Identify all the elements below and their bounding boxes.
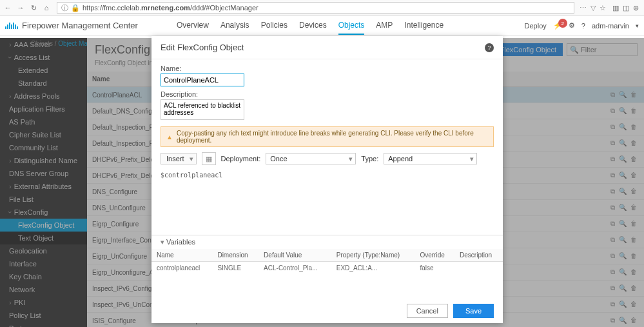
chevron-down-icon[interactable]: ▾: [636, 23, 639, 29]
type-value: Append: [388, 155, 413, 163]
save-button[interactable]: Save: [453, 304, 494, 318]
lightning-icon[interactable]: ⚡2: [553, 21, 562, 30]
deployment-label: Deployment:: [221, 155, 261, 163]
main-nav: OverviewAnalysisPoliciesDevicesObjectsAM…: [177, 17, 444, 35]
lock-icon: 🔒: [71, 4, 80, 12]
nav-tab-objects[interactable]: Objects: [338, 17, 365, 35]
ext-icon[interactable]: ⊕: [633, 4, 639, 12]
star-icon[interactable]: ☆: [600, 4, 606, 12]
desc-textarea[interactable]: [161, 99, 244, 120]
nav-tab-policies[interactable]: Policies: [261, 17, 288, 35]
type-label: Type:: [361, 155, 378, 163]
type-select[interactable]: Append: [384, 153, 477, 164]
insert-label: Insert: [166, 155, 184, 163]
notif-badge: 2: [558, 19, 567, 28]
nav-tab-intelligence[interactable]: Intelligence: [404, 17, 444, 35]
pocket-icon[interactable]: ▽: [590, 4, 596, 12]
url-bar[interactable]: ⓘ 🔒 https://fmc.cclelab.mrneteng.com/ddd…: [57, 2, 574, 14]
info-icon: ⓘ: [61, 3, 68, 13]
var-override: false: [415, 262, 454, 275]
deployment-select[interactable]: Once: [266, 153, 356, 164]
nav-tab-amp[interactable]: AMP: [376, 17, 393, 35]
name-input[interactable]: [161, 74, 244, 86]
cli-warning: Copy-pasting any rich text might introdu…: [161, 126, 494, 147]
url-prefix: https://fmc.cclelab.: [83, 4, 141, 12]
user-name[interactable]: adm-marvin: [592, 22, 629, 30]
vars-col: Default Value: [259, 249, 331, 262]
name-label: Name:: [161, 64, 494, 72]
url-suffix: /ddd/#ObjectManager: [190, 4, 259, 12]
modal-header: Edit FlexConfig Object ?: [151, 36, 503, 59]
brand-text: Firepower Management Center: [22, 21, 138, 30]
vars-col: Property (Type:Name): [331, 249, 415, 262]
var-property: EXD_ACL:A...: [331, 262, 415, 275]
var-dim: SINGLE: [212, 262, 259, 275]
modal-title: Edit FlexConfig Object: [161, 43, 244, 52]
browser-chrome: ← → ↻ ⌂ ⓘ 🔒 https://fmc.cclelab.mrneteng…: [0, 0, 644, 16]
deployment-value: Once: [270, 155, 287, 163]
gear-icon[interactable]: ⚙: [569, 21, 575, 30]
sidebar-toggle-icon[interactable]: ▥: [612, 4, 619, 12]
cancel-button[interactable]: Cancel: [407, 304, 448, 318]
vars-col: Description: [454, 249, 503, 262]
vars-col: Name: [151, 249, 212, 262]
help-icon[interactable]: ?: [485, 43, 494, 52]
variables-header[interactable]: Variables: [151, 235, 503, 249]
nav-tab-overview[interactable]: Overview: [177, 17, 209, 35]
home-icon[interactable]: ⌂: [41, 3, 52, 13]
ellipsis-icon[interactable]: ⋯: [580, 4, 587, 12]
forward-icon[interactable]: →: [15, 3, 26, 13]
app-header: Firepower Management Center OverviewAnal…: [0, 16, 644, 35]
reload-icon[interactable]: ↻: [28, 3, 39, 13]
vars-col: Override: [415, 249, 454, 262]
vars-col: Dimension: [212, 249, 259, 262]
nav-tab-devices[interactable]: Devices: [299, 17, 327, 35]
var-desc: [454, 262, 503, 275]
insert-dropdown[interactable]: Insert: [161, 153, 197, 164]
variable-row: controlplaneacl SINGLE ACL-Control_Pla..…: [151, 262, 503, 275]
back-icon[interactable]: ←: [3, 3, 13, 13]
help-icon[interactable]: ?: [581, 22, 585, 30]
cisco-logo: [5, 23, 18, 29]
cli-code-area[interactable]: $controlplaneacl: [151, 170, 503, 235]
deploy-button[interactable]: Deploy: [525, 22, 547, 30]
grid-icon[interactable]: ▦: [202, 152, 216, 165]
var-default: ACL-Control_Pla...: [259, 262, 331, 275]
nav-tab-analysis[interactable]: Analysis: [220, 17, 249, 35]
warning-text: Copy-pasting any rich text might introdu…: [177, 130, 488, 144]
url-domain: mrneteng.com: [141, 4, 190, 12]
edit-flexconfig-modal: Edit FlexConfig Object ? Name: Descripti…: [151, 36, 503, 323]
account-icon[interactable]: ◫: [623, 4, 629, 12]
var-name: controlplaneacl: [151, 262, 212, 275]
variables-table: NameDimensionDefault ValueProperty (Type…: [151, 249, 503, 274]
desc-label: Description:: [161, 90, 494, 98]
